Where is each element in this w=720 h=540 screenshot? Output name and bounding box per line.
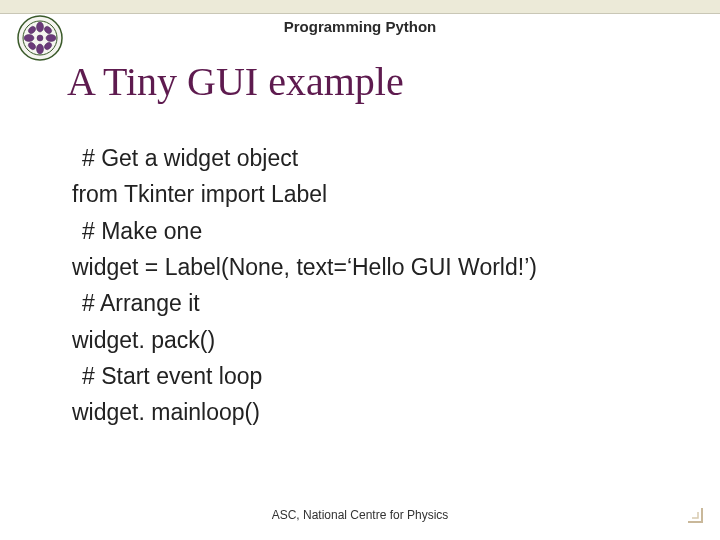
svg-point-2 bbox=[37, 35, 43, 41]
code-line: # Make one bbox=[72, 213, 680, 249]
code-line: widget. mainloop() bbox=[72, 394, 680, 430]
code-line: widget. pack() bbox=[72, 322, 680, 358]
svg-point-5 bbox=[24, 35, 34, 42]
code-line: # Arrange it bbox=[72, 285, 680, 321]
header-title: Programming Python bbox=[0, 18, 720, 35]
code-line: from Tkinter import Label bbox=[72, 176, 680, 212]
code-line: widget = Label(None, text=‘Hello GUI Wor… bbox=[72, 249, 680, 285]
slide-title: A Tiny GUI example bbox=[67, 58, 404, 105]
footer-text: ASC, National Centre for Physics bbox=[0, 508, 720, 522]
code-line: # Start event loop bbox=[72, 358, 680, 394]
svg-point-4 bbox=[37, 44, 44, 54]
code-block: # Get a widget object from Tkinter impor… bbox=[72, 140, 680, 431]
svg-point-6 bbox=[46, 35, 56, 42]
code-line: # Get a widget object bbox=[72, 140, 680, 176]
corner-accent-icon bbox=[684, 504, 706, 526]
top-bar bbox=[0, 0, 720, 14]
